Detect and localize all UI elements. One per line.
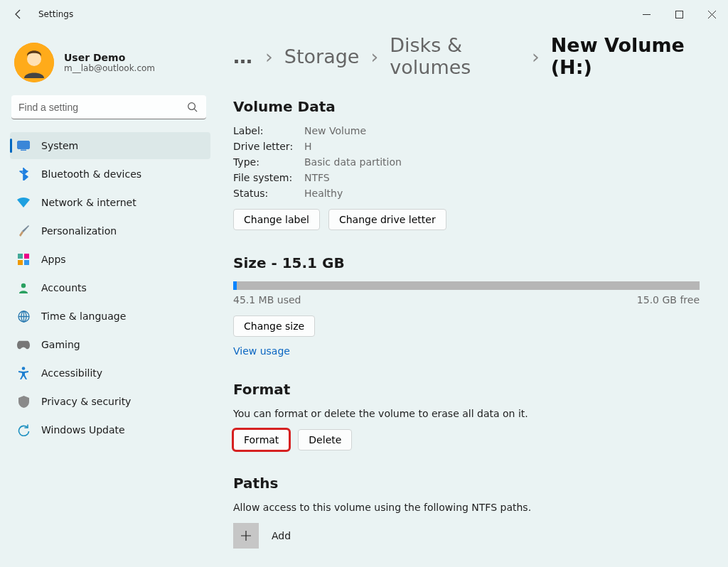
svg-rect-4 <box>18 141 30 149</box>
nav-privacy[interactable]: Privacy & security <box>10 388 210 415</box>
filesystem-value: NTFS <box>304 172 700 183</box>
nav-label: Bluetooth & devices <box>41 168 141 180</box>
svg-rect-0 <box>675 11 682 18</box>
nav-system[interactable]: System <box>10 132 210 159</box>
size-section: Size - 15.1 GB 45.1 MB used 15.0 GB free… <box>233 254 700 357</box>
svg-point-3 <box>188 103 196 110</box>
system-icon <box>17 139 30 152</box>
chevron-right-icon: › <box>532 45 540 68</box>
type-value: Basic data partition <box>304 156 700 168</box>
delete-button[interactable]: Delete <box>298 429 352 450</box>
svg-rect-7 <box>24 254 29 259</box>
nav-gaming[interactable]: Gaming <box>10 331 210 358</box>
main-content: … › Storage › Disks & volumes › New Volu… <box>213 28 728 567</box>
sidebar: User Demo m__lab@outlook.com System Blue… <box>0 28 213 567</box>
type-key: Type: <box>233 156 304 168</box>
shield-icon <box>17 395 30 408</box>
svg-point-10 <box>21 284 26 288</box>
nav-personalization[interactable]: Personalization <box>10 217 210 244</box>
view-usage-link[interactable]: View usage <box>233 345 290 357</box>
size-used-text: 45.1 MB used <box>233 294 301 306</box>
nav: System Bluetooth & devices Network & int… <box>10 132 210 443</box>
globe-clock-icon <box>17 310 30 323</box>
volume-data-grid: Label: New Volume Drive letter: H Type: … <box>233 125 700 199</box>
back-button[interactable] <box>13 9 24 20</box>
paths-description: Allow access to this volume using the fo… <box>233 502 700 513</box>
breadcrumb: … › Storage › Disks & volumes › New Volu… <box>233 34 700 78</box>
nav-label: Network & internet <box>41 197 136 208</box>
nav-label: Windows Update <box>41 424 125 436</box>
nav-label: Accessibility <box>41 367 102 379</box>
svg-rect-6 <box>18 254 23 259</box>
nav-accounts[interactable]: Accounts <box>10 274 210 301</box>
nav-label: Gaming <box>41 339 80 350</box>
add-path-button[interactable] <box>233 523 259 549</box>
person-icon <box>17 281 30 294</box>
nav-network[interactable]: Network & internet <box>10 189 210 216</box>
accessibility-icon <box>17 367 30 379</box>
nav-label: Accounts <box>41 282 87 293</box>
paths-section: Paths Allow access to this volume using … <box>233 475 700 549</box>
chevron-right-icon: › <box>370 45 378 68</box>
svg-rect-5 <box>21 150 26 151</box>
filesystem-key: File system: <box>233 172 304 183</box>
nav-time-language[interactable]: Time & language <box>10 303 210 330</box>
window-controls <box>630 0 728 28</box>
breadcrumb-current: New Volume (H:) <box>551 34 700 78</box>
format-button[interactable]: Format <box>233 429 289 450</box>
volume-data-section: Volume Data Label: New Volume Drive lett… <box>233 98 700 230</box>
search-input[interactable] <box>11 95 206 119</box>
nav-label: Personalization <box>41 225 117 237</box>
plus-icon <box>240 530 252 541</box>
drive-letter-value: H <box>304 141 700 152</box>
svg-point-13 <box>22 367 26 370</box>
profile-name: User Demo <box>64 52 155 63</box>
app-title: Settings <box>38 9 73 19</box>
change-drive-letter-button[interactable]: Change drive letter <box>328 209 446 230</box>
chevron-right-icon: › <box>265 45 273 68</box>
nav-accessibility[interactable]: Accessibility <box>10 360 210 387</box>
search-icon <box>187 102 198 112</box>
titlebar: Settings <box>0 0 728 28</box>
size-bar: 45.1 MB used 15.0 GB free <box>233 281 700 306</box>
nav-label: System <box>41 140 78 151</box>
size-free-text: 15.0 GB free <box>637 294 700 306</box>
status-key: Status: <box>233 188 304 199</box>
paths-heading: Paths <box>233 475 700 492</box>
change-size-button[interactable]: Change size <box>233 315 315 337</box>
update-icon <box>17 423 30 436</box>
nav-label: Time & language <box>41 310 126 322</box>
bluetooth-icon <box>17 168 30 180</box>
breadcrumb-disks-volumes[interactable]: Disks & volumes <box>390 34 520 78</box>
paintbrush-icon <box>17 225 30 237</box>
drive-letter-key: Drive letter: <box>233 141 304 152</box>
format-heading: Format <box>233 381 700 398</box>
nav-windows-update[interactable]: Windows Update <box>10 416 210 443</box>
maximize-button[interactable] <box>663 0 695 28</box>
profile-email: m__lab@outlook.com <box>64 63 155 73</box>
profile-block[interactable]: User Demo m__lab@outlook.com <box>10 34 210 95</box>
svg-rect-8 <box>18 260 23 265</box>
label-value: New Volume <box>304 125 700 136</box>
nav-bluetooth[interactable]: Bluetooth & devices <box>10 161 210 188</box>
search-wrap <box>11 95 206 119</box>
label-key: Label: <box>233 125 304 136</box>
nav-apps[interactable]: Apps <box>10 246 210 273</box>
breadcrumb-storage[interactable]: Storage <box>284 45 360 68</box>
nav-label: Apps <box>41 254 66 265</box>
nav-label: Privacy & security <box>41 396 131 407</box>
close-button[interactable] <box>695 0 728 28</box>
add-path-label: Add <box>272 530 291 541</box>
breadcrumb-more[interactable]: … <box>233 45 254 68</box>
size-heading: Size - 15.1 GB <box>233 254 700 271</box>
volume-data-heading: Volume Data <box>233 98 700 115</box>
format-section: Format You can format or delete the volu… <box>233 381 700 450</box>
svg-rect-9 <box>24 260 29 265</box>
change-label-button[interactable]: Change label <box>233 209 320 230</box>
avatar <box>14 43 54 82</box>
wifi-icon <box>17 196 30 209</box>
size-bar-used <box>233 281 237 290</box>
gamepad-icon <box>17 338 30 351</box>
minimize-button[interactable] <box>630 0 663 28</box>
format-description: You can format or delete the volume to e… <box>233 408 700 419</box>
